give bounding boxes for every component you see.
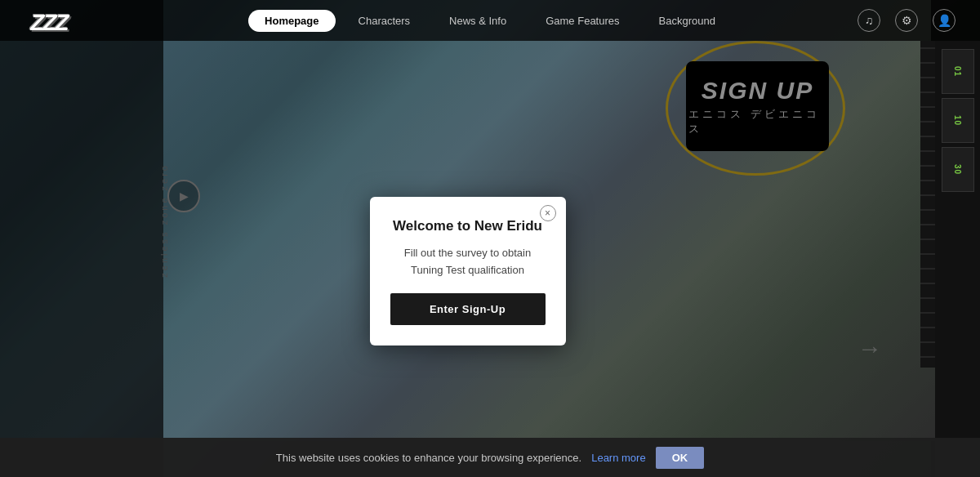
nav-item-news[interactable]: News & Info — [433, 10, 523, 32]
settings-icon[interactable]: ⚙ — [895, 9, 918, 32]
cookie-banner: This website uses cookies to enhance you… — [0, 438, 980, 477]
cookie-text: This website uses cookies to enhance you… — [276, 452, 581, 464]
side-btn-3[interactable]: 30 — [942, 147, 974, 192]
nav-item-background[interactable]: Background — [643, 10, 732, 32]
modal-title: Welcome to New Eridu — [390, 217, 546, 235]
side-btn-1-label: 01 — [953, 66, 962, 77]
side-btn-2-label: 10 — [953, 115, 962, 126]
logo[interactable]: ZZZ — [16, 4, 82, 41]
side-btn-2[interactable]: 10 — [942, 98, 974, 143]
music-icon[interactable]: ♫ — [858, 9, 880, 32]
enter-signup-button[interactable]: Enter Sign-Up — [390, 293, 546, 325]
modal-dialog: × Welcome to New Eridu Fill out the surv… — [370, 197, 566, 346]
right-side-panel: 01 10 30 — [935, 41, 980, 477]
modal-close-button[interactable]: × — [540, 205, 556, 221]
modal-overlay: × Welcome to New Eridu Fill out the surv… — [0, 41, 935, 477]
modal-description: Fill out the survey to obtain Tuning Tes… — [390, 245, 546, 279]
side-btn-3-label: 30 — [953, 164, 962, 175]
nav-item-homepage[interactable]: Homepage — [248, 10, 335, 32]
nav-item-characters[interactable]: Characters — [342, 10, 427, 32]
nav-item-game-features[interactable]: Game Features — [529, 10, 635, 32]
user-icon[interactable]: 👤 — [933, 9, 956, 32]
cookie-learn-more-link[interactable]: Learn more — [591, 452, 645, 464]
navbar: ZZZ Homepage Characters News & Info Game… — [0, 0, 980, 41]
nav-icons: ♫ ⚙ 👤 — [858, 9, 956, 32]
cookie-ok-button[interactable]: OK — [656, 447, 705, 469]
side-btn-1[interactable]: 01 — [942, 49, 974, 94]
logo-text: ZZZ — [30, 10, 67, 36]
nav-items: Homepage Characters News & Info Game Fea… — [248, 10, 732, 32]
